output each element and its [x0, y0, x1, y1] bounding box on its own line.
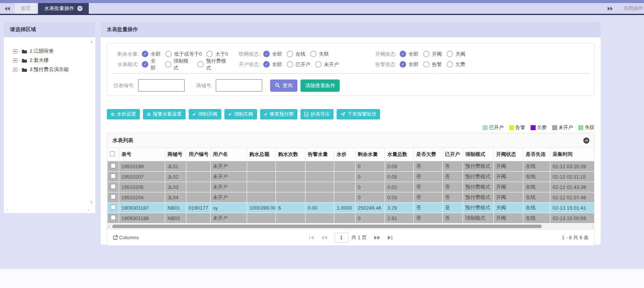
clear-search-button[interactable]: 清除搜索条件 — [300, 79, 340, 92]
tree-item[interactable]: +3:预付费云演示箱 — [13, 65, 95, 74]
radio-selected-icon[interactable]: ✓ — [400, 51, 406, 57]
column-header[interactable]: 强制模式 — [463, 148, 494, 161]
row-checkbox[interactable] — [111, 174, 116, 179]
tree-scroll-down-icon[interactable]: ∨ — [90, 200, 93, 204]
radio-remaining-water-0[interactable]: ✓全部 — [142, 51, 161, 58]
radio-valve-status-0[interactable]: ✓全部 — [400, 51, 418, 58]
select-all-checkbox[interactable] — [110, 151, 115, 156]
radio-alarm-status-0[interactable]: ✓全部 — [400, 61, 418, 68]
radio-icon[interactable] — [446, 51, 453, 57]
column-header[interactable]: 购水次数 — [276, 148, 305, 161]
page-number-input[interactable] — [334, 233, 348, 243]
prev-page-icon[interactable] — [317, 235, 330, 240]
row-checkbox[interactable] — [111, 194, 116, 199]
column-header[interactable]: 采集时间 — [550, 148, 595, 161]
meter-export-button[interactable]: 抄表导出 — [300, 109, 334, 119]
radio-remaining-water-2[interactable]: 大于0 — [206, 51, 228, 58]
tree-scroll-right-icon[interactable]: › — [88, 208, 89, 212]
radio-account-status-0[interactable]: ✓全部 — [263, 61, 282, 68]
columns-button[interactable]: Columns — [113, 235, 139, 240]
meter-no-input[interactable] — [138, 79, 185, 92]
expand-icon[interactable]: + — [13, 49, 17, 53]
scrollbar-right-icon[interactable]: › — [591, 224, 593, 228]
row-checkbox[interactable] — [111, 184, 116, 189]
scrollbar-left-icon[interactable]: ‹ — [108, 224, 110, 228]
column-header[interactable]: 剩余水量 — [355, 148, 385, 161]
radio-icon[interactable] — [165, 61, 171, 68]
expand-icon[interactable]: + — [13, 58, 17, 63]
row-checkbox[interactable] — [111, 205, 116, 210]
column-header[interactable]: 商铺号 — [165, 148, 186, 161]
next-page-icon[interactable] — [371, 235, 384, 240]
radio-icon[interactable] — [165, 51, 172, 57]
radio-selected-icon[interactable]: ✓ — [400, 61, 406, 68]
radio-network-status-1[interactable]: 在线 — [287, 51, 305, 58]
radio-icon[interactable] — [423, 61, 430, 68]
radio-icon[interactable] — [197, 61, 204, 68]
table-row[interactable]: 19510207JL02未开户00.05否否预付费模式开阀在线02-12 02:… — [108, 172, 595, 182]
tree-scroll-up-icon[interactable]: ∧ — [90, 40, 93, 43]
radio-remaining-water-1[interactable]: 低于或等于0 — [165, 51, 202, 58]
radio-valve-status-1[interactable]: 开阀 — [423, 51, 442, 58]
radio-icon[interactable] — [310, 51, 317, 57]
table-row[interactable]: 19510204JL04未开户00.03否否预付费模式开阀在线02-12 01:… — [108, 192, 595, 203]
column-header[interactable]: 是否失连 — [523, 148, 550, 161]
radio-account-status-2[interactable]: 未开户 — [315, 61, 339, 68]
close-operations-button[interactable]: 关闭操作 — [618, 3, 644, 14]
radio-alarm-status-1[interactable]: 告警 — [423, 61, 442, 68]
column-header[interactable]: 用户名 — [211, 148, 247, 161]
radio-meter-mode-2[interactable]: 预付费模式 — [197, 58, 230, 71]
radio-alarm-status-2[interactable]: 欠费 — [446, 61, 465, 68]
row-checkbox[interactable] — [111, 215, 116, 220]
radio-network-status-2[interactable]: 失联 — [310, 51, 329, 58]
radio-selected-icon[interactable]: ✓ — [142, 61, 148, 68]
force-close-valve-button[interactable]: ✔强制关阀 — [224, 109, 257, 119]
tree-item[interactable]: +2:新大楼 — [13, 56, 95, 65]
tree-item[interactable]: +1:江阴宿舍 — [13, 46, 95, 56]
tree-scroll-left-icon[interactable]: ‹ — [6, 208, 8, 212]
column-header[interactable]: 水量总数 — [385, 148, 414, 161]
last-page-icon[interactable] — [384, 235, 396, 240]
radio-icon[interactable] — [287, 51, 293, 57]
column-header[interactable]: 表号 — [119, 148, 165, 161]
column-header[interactable]: 水价 — [334, 148, 355, 161]
radio-icon[interactable] — [287, 61, 293, 68]
column-header[interactable]: 用户编号 — [186, 148, 211, 161]
column-header[interactable]: 已开户 — [443, 148, 463, 161]
column-header[interactable]: 是否欠费 — [414, 148, 443, 161]
radio-network-status-0[interactable]: ✓全部 — [263, 51, 282, 58]
radio-account-status-1[interactable]: 已开户 — [287, 61, 310, 68]
collapse-panel-icon[interactable] — [583, 137, 589, 144]
water-price-settings-button[interactable]: ⚙水价设置 — [107, 109, 140, 119]
tab-home[interactable]: 首页 — [15, 3, 37, 14]
close-tab-icon[interactable]: ✕ — [77, 6, 83, 11]
radio-icon[interactable] — [446, 61, 453, 68]
radio-selected-icon[interactable]: ✓ — [142, 51, 148, 57]
table-row[interactable]: 19510205JL03未开户00.02否否预付费模式开阀在线02-12 01:… — [108, 182, 595, 192]
scroll-tabs-left-icon[interactable] — [0, 3, 15, 14]
alarm-volume-settings-button[interactable]: ⚙报警水量设置 — [143, 109, 186, 119]
radio-icon[interactable] — [423, 51, 430, 57]
expand-icon[interactable]: + — [13, 68, 17, 72]
radio-valve-status-2[interactable]: 关阀 — [446, 51, 465, 58]
table-row[interactable]: 19510199JL01未开户00.09否否预付费模式开阀在线02-12 03:… — [108, 161, 595, 172]
scrollbar-thumb[interactable] — [112, 225, 542, 228]
force-open-valve-button[interactable]: ✔强制开阀 — [189, 109, 221, 119]
table-row[interactable]: 1909301187NB010190177sy1000399.0060.001.… — [108, 203, 595, 213]
tab-meter-batch[interactable]: 水表批量操作 ✕ — [38, 3, 89, 14]
row-checkbox[interactable] — [111, 163, 116, 168]
query-button[interactable]: 查询 — [270, 79, 297, 92]
radio-selected-icon[interactable]: ✓ — [263, 51, 270, 57]
shop-no-input[interactable] — [216, 79, 262, 92]
radio-meter-mode-0[interactable]: ✓全部 — [142, 58, 160, 71]
radio-meter-mode-1[interactable]: 强制模式 — [165, 58, 193, 71]
radio-selected-icon[interactable]: ✓ — [263, 61, 270, 68]
radio-icon[interactable] — [206, 51, 213, 57]
radio-icon[interactable] — [315, 61, 322, 68]
column-header[interactable]: 告警水量 — [305, 148, 334, 161]
column-header[interactable]: 购水总额 — [247, 148, 276, 161]
send-alarm-sms-button[interactable]: 下发报警短信 — [337, 109, 380, 119]
column-header[interactable]: 开阀状态 — [494, 148, 523, 161]
restore-prepaid-button[interactable]: ✔恢复预付费 — [260, 109, 298, 119]
first-page-icon[interactable] — [305, 235, 317, 240]
